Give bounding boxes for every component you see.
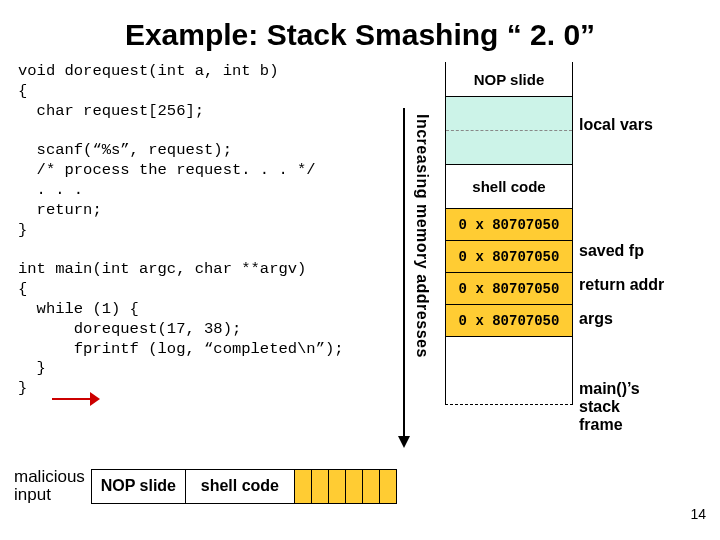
label-main-frame: main()’s stack frame bbox=[579, 380, 640, 434]
stack-diagram: NOP slide shell code 0 x 80707050 0 x 80… bbox=[445, 62, 573, 405]
malicious-nop-box: NOP slide bbox=[91, 469, 186, 504]
label-local-vars: local vars bbox=[579, 116, 653, 134]
malicious-input-label: malicious input bbox=[14, 468, 85, 504]
malicious-addr-1 bbox=[294, 469, 312, 504]
labels-column: local vars saved fp return addr args mai… bbox=[579, 62, 684, 405]
axis-column: Increasing memory addresses bbox=[413, 62, 431, 405]
malicious-addr-4 bbox=[345, 469, 363, 504]
cell-nop-slide: NOP slide bbox=[446, 62, 572, 96]
label-return-addr: return addr bbox=[579, 276, 664, 294]
content-area: void dorequest(int a, int b) { char requ… bbox=[0, 62, 720, 405]
down-arrow-icon bbox=[403, 108, 405, 438]
axis-label: Increasing memory addresses bbox=[413, 114, 431, 358]
cell-args: 0 x 80707050 bbox=[446, 272, 572, 304]
malicious-addr-6 bbox=[379, 469, 397, 504]
cell-return-addr: 0 x 80707050 bbox=[446, 240, 572, 272]
malicious-addr-5 bbox=[362, 469, 380, 504]
slide-title: Example: Stack Smashing “ 2. 0” bbox=[0, 18, 720, 52]
malicious-input-row: malicious input NOP slide shell code bbox=[14, 465, 397, 507]
cell-saved-fp: 0 x 80707050 bbox=[446, 208, 572, 240]
stack-column: NOP slide shell code 0 x 80707050 0 x 80… bbox=[445, 62, 575, 405]
cell-extra-addr: 0 x 80707050 bbox=[446, 304, 572, 336]
label-args: args bbox=[579, 310, 613, 328]
code-listing: void dorequest(int a, int b) { char requ… bbox=[18, 62, 413, 399]
page-number: 14 bbox=[690, 506, 706, 522]
code-column: void dorequest(int a, int b) { char requ… bbox=[18, 62, 413, 405]
malicious-addr-3 bbox=[328, 469, 346, 504]
arrow-icon bbox=[52, 395, 102, 403]
cell-main-frame bbox=[446, 336, 572, 404]
cell-local-vars-bot bbox=[446, 130, 572, 164]
label-saved-fp: saved fp bbox=[579, 242, 644, 260]
malicious-addr-2 bbox=[311, 469, 329, 504]
cell-shell-code: shell code bbox=[446, 164, 572, 208]
malicious-shell-box: shell code bbox=[185, 469, 295, 504]
cell-local-vars-top bbox=[446, 96, 572, 130]
